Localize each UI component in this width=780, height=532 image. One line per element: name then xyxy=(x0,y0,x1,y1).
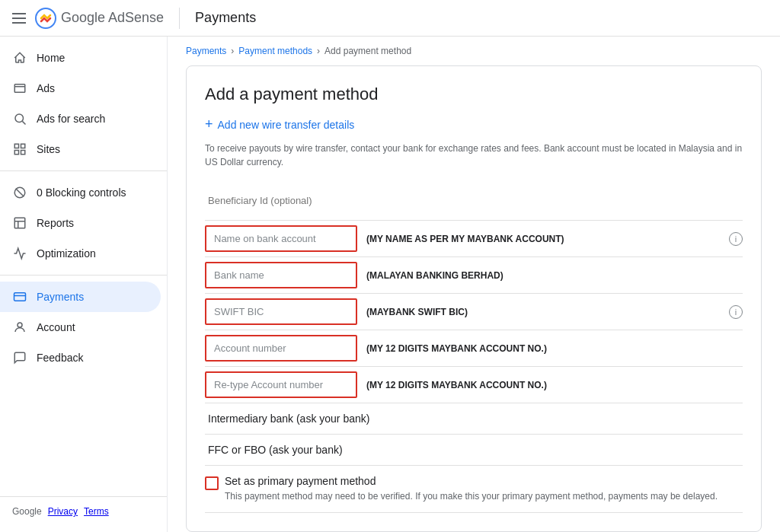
svg-rect-1 xyxy=(14,84,25,93)
ffc-field: FFC or FBO (ask your bank) xyxy=(205,435,743,466)
blocking-icon xyxy=(12,185,27,200)
svg-point-0 xyxy=(36,8,56,28)
sidebar-item-optimization[interactable]: Optimization xyxy=(0,238,161,269)
svg-rect-5 xyxy=(14,144,18,148)
svg-rect-6 xyxy=(21,144,25,148)
reports-icon xyxy=(12,215,27,231)
sidebar-item-ads-search[interactable]: Ads for search xyxy=(0,104,161,134)
sidebar-item-payments[interactable]: Payments xyxy=(0,282,161,312)
logo: Google AdSense xyxy=(35,8,164,29)
bank-input-wrap xyxy=(205,262,357,288)
sidebar-item-ads[interactable]: Ads xyxy=(0,73,161,104)
field-row-bank: (MALAYAN BANKING BERHAD) xyxy=(205,257,743,294)
sidebar-item-home[interactable]: Home xyxy=(0,43,161,73)
field-row-name: (MY NAME AS PER MY MAYBANK ACCOUNT) i xyxy=(205,221,743,257)
retype-account-input[interactable] xyxy=(205,371,357,398)
topbar-divider xyxy=(179,8,180,29)
field-group: (MY NAME AS PER MY MAYBANK ACCOUNT) i (M… xyxy=(205,221,743,403)
wire-info: To receive payouts by wire transfer, con… xyxy=(205,142,743,169)
account-hint: (MY 12 DIGITS MAYBANK ACCOUNT NO.) xyxy=(366,343,743,354)
footer-brand: Google xyxy=(12,506,42,517)
sidebar-label-feedback: Feedback xyxy=(37,352,83,364)
menu-icon[interactable] xyxy=(12,13,26,24)
name-hint: (MY NAME AS PER MY MAYBANK ACCOUNT) xyxy=(366,234,724,244)
topbar-title: Payments xyxy=(195,10,256,26)
breadcrumb-payments[interactable]: Payments xyxy=(186,46,226,56)
payments-icon xyxy=(12,289,27,304)
field-row-swift: (MAYBANK SWIFT BIC) i xyxy=(205,294,743,330)
svg-rect-8 xyxy=(21,151,25,155)
svg-point-3 xyxy=(15,114,24,123)
sidebar-label-reports: Reports xyxy=(37,217,74,229)
breadcrumb: Payments › Payment methods › Add payment… xyxy=(168,37,780,65)
checkbox-label: Set as primary payment method xyxy=(225,475,718,487)
sites-icon xyxy=(12,142,27,157)
intermediary-field: Intermediary bank (ask your bank) xyxy=(205,403,743,435)
footer-privacy[interactable]: Privacy xyxy=(48,506,78,517)
sidebar-item-reports[interactable]: Reports xyxy=(0,208,161,238)
retype-hint: (MY 12 DIGITS MAYBANK ACCOUNT NO.) xyxy=(366,380,743,390)
sidebar-label-ads: Ads xyxy=(37,82,55,94)
search-icon xyxy=(12,111,27,126)
ads-icon xyxy=(12,81,27,96)
primary-payment-checkbox[interactable] xyxy=(205,476,219,490)
sidebar-label-blocking: 0 Blocking controls xyxy=(37,186,126,199)
swift-info-icon[interactable]: i xyxy=(729,305,743,319)
logo-text: Google AdSense xyxy=(61,10,164,26)
svg-rect-14 xyxy=(14,293,26,301)
sidebar-divider-1 xyxy=(0,170,167,171)
feedback-icon xyxy=(12,350,27,365)
form-card: Add a payment method + Add new wire tran… xyxy=(186,65,762,532)
account-number-input[interactable] xyxy=(205,335,357,362)
plus-icon: + xyxy=(205,116,213,132)
add-wire-label: Add new wire transfer details xyxy=(218,119,355,131)
sidebar-label-optimization: Optimization xyxy=(37,247,96,260)
breadcrumb-sep-1: › xyxy=(231,46,234,56)
breadcrumb-current: Add payment method xyxy=(324,46,411,56)
adsense-logo-icon xyxy=(35,8,56,29)
account-icon xyxy=(12,320,27,335)
sidebar-item-sites[interactable]: Sites xyxy=(0,134,161,164)
sidebar-label-account: Account xyxy=(37,321,75,333)
sidebar-label-ads-search: Ads for search xyxy=(37,113,105,125)
sidebar-label-sites: Sites xyxy=(37,143,60,155)
bank-hint: (MALAYAN BANKING BERHAD) xyxy=(366,270,743,281)
breadcrumb-payment-methods[interactable]: Payment methods xyxy=(238,46,312,56)
svg-rect-7 xyxy=(14,151,18,155)
checkbox-sublabel: This payment method may need to be verif… xyxy=(225,490,718,503)
sidebar-label-payments: Payments xyxy=(37,291,84,303)
form-title: Add a payment method xyxy=(205,84,743,104)
name-input-wrap xyxy=(205,225,357,252)
checkbox-text: Set as primary payment method This payme… xyxy=(225,475,718,503)
home-icon xyxy=(12,50,27,65)
breadcrumb-sep-2: › xyxy=(317,46,320,56)
beneficiary-input[interactable] xyxy=(205,189,743,212)
svg-point-16 xyxy=(18,323,22,327)
sidebar-footer: Google Privacy Terms xyxy=(0,496,167,526)
sidebar-label-home: Home xyxy=(37,52,65,64)
main-layout: Home Ads Ads for search Sites 0 Bl xyxy=(0,37,780,532)
name-info-icon[interactable]: i xyxy=(729,232,743,246)
swift-hint: (MAYBANK SWIFT BIC) xyxy=(366,307,724,317)
field-row-account: (MY 12 DIGITS MAYBANK ACCOUNT NO.) xyxy=(205,330,743,367)
bank-name-input[interactable] xyxy=(205,262,357,288)
sidebar: Home Ads Ads for search Sites 0 Bl xyxy=(0,37,168,532)
swift-input-wrap xyxy=(205,298,357,325)
footer-terms[interactable]: Terms xyxy=(84,506,109,517)
sidebar-item-blocking[interactable]: 0 Blocking controls xyxy=(0,177,161,208)
swift-bic-input[interactable] xyxy=(205,298,357,325)
topbar: Google AdSense Payments xyxy=(0,0,780,37)
checkbox-row: Set as primary payment method This payme… xyxy=(205,466,743,513)
svg-line-4 xyxy=(22,121,25,124)
svg-line-10 xyxy=(16,189,24,197)
add-wire-button[interactable]: + Add new wire transfer details xyxy=(205,116,354,132)
account-input-wrap xyxy=(205,335,357,362)
name-on-account-input[interactable] xyxy=(205,225,357,252)
retype-input-wrap xyxy=(205,371,357,398)
content-area: Payments › Payment methods › Add payment… xyxy=(168,37,780,532)
sidebar-item-account[interactable]: Account xyxy=(0,312,161,342)
optimization-icon xyxy=(12,246,27,261)
beneficiary-row xyxy=(205,184,743,221)
svg-rect-11 xyxy=(14,218,25,228)
sidebar-item-feedback[interactable]: Feedback xyxy=(0,342,161,373)
